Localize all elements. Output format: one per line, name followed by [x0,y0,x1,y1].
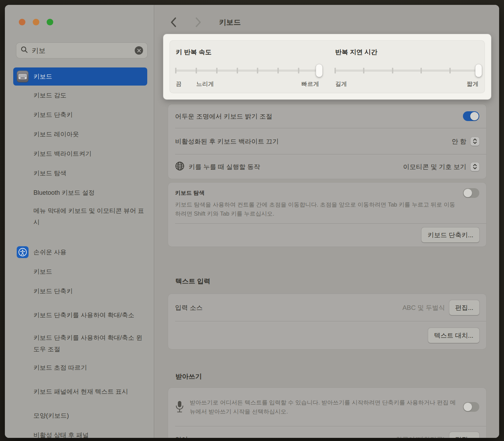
shortcuts-button-row: 키보드 단축키... [168,224,486,247]
key-repeat-spotlight: 키 반복 속도 끔 느리게 빠르게 반복 지연 시간 [163,34,491,99]
sidebar: 키보 키보드 [5,5,154,438]
key-repeat-rate-title: 키 반복 속도 [176,48,319,56]
sidebar-item-keyboard-sensitivity[interactable]: 키보드 감도 [13,86,147,105]
sidebar-item-keyboard[interactable]: 키보드 [13,67,147,86]
search-value: 키보 [32,46,131,55]
sidebar-item-keyboard-navigation[interactable]: 키보드 탐색 [13,163,147,183]
content-header: 키보드 [154,15,499,29]
repeat-delay-group: 반복 지연 시간 길게 짧게 [335,48,479,93]
sidebar-item-keyboard-backlight[interactable]: 키보드 백라이트켜기 [13,144,147,163]
input-sources-label: 입력 소스 [175,303,203,312]
search-input[interactable]: 키보 [16,42,148,58]
brightness-label: 어두운 조명에서 키보드 밝기 조절 [175,112,273,121]
repeat-delay-handle[interactable] [475,64,482,77]
sidebar-item-follow-focus[interactable]: 키보드 초점 따르기 [13,358,147,377]
backlight-off-popup[interactable] [471,137,479,146]
dictation-language-row: 언어 한국어(대한민국) 편집... [168,426,486,438]
search-icon [21,46,28,55]
input-sources-row: 입력 소스 ABC 및 두벌식 편집... [168,294,486,321]
brightness-toggle[interactable] [463,111,479,121]
text-replacements-row: 텍스트 대치... [168,321,486,349]
label-fast: 빠르게 [301,80,319,88]
sidebar-item-zoom-shortcuts[interactable]: 키보드 단축키를 사용하여 확대/축소 [13,301,147,329]
clear-search-icon[interactable] [135,46,143,55]
sidebar-item-appearance-keyboard[interactable]: 모양(키보드) [13,406,147,425]
sidebar-item-acc-shortcuts[interactable]: 키보드 단축키 [13,281,147,301]
language-edit-button[interactable]: 편집... [449,432,479,438]
sidebar-item-acc-keyboard[interactable]: 키보드 [13,262,147,281]
backlight-off-row: 비활성화된 후 키보드 백라이트 끄기 안 함 [168,128,486,154]
zoom-button[interactable] [47,19,53,25]
sidebar-nav: 키보드 키보드 감도 키보드 단축키 키보드 레이아웃 키보드 백라이트켜기 키… [5,67,154,438]
key-repeat-rate-group: 키 반복 속도 끔 느리게 빠르게 [176,48,319,93]
input-sources-edit-button[interactable]: 편집... [449,300,479,315]
dictation-toggle[interactable] [463,402,479,412]
minimize-button[interactable] [33,19,39,25]
sidebar-item-zoom-window[interactable]: 키보드 단축키를 사용하여 확대/축소 윈도우 조절 [13,329,147,358]
text-replacements-button[interactable]: 텍스트 대치... [428,328,479,343]
accessibility-app-icon [17,246,29,258]
repeat-delay-labels: 길게 짧게 [335,80,479,88]
key-repeat-rate-handle[interactable] [316,64,323,77]
label-short: 짧게 [467,80,479,88]
globe-action-popup[interactable] [471,162,479,171]
repeat-delay-slider[interactable] [335,70,479,72]
back-button[interactable] [167,15,181,29]
dictation-description: 받아쓰기로 어디서든 텍스트를 입력할 수 있습니다. 받아쓰기를 시작하려면 … [190,398,457,416]
label-slow: 느리게 [196,80,214,88]
sidebar-item-label: 키보드 [33,72,52,81]
sidebar-item-accessibility[interactable]: 손쉬운 사용 [13,242,147,262]
keyboard-nav-description: 키보드 탐색을 사용하여 컨트롤 간에 초점을 이동합니다. 초점을 앞으로 이… [175,200,457,218]
keyboard-shortcuts-button[interactable]: 키보드 단축키... [422,227,479,242]
window-controls [19,19,53,25]
close-button[interactable] [19,19,25,25]
dictation-section-title: 받아쓰기 [175,372,202,381]
language-label: 언어 [175,435,188,438]
sidebar-item-menubar-viewer[interactable]: 메뉴 막대에 키보드 및 이모티콘 뷰어 표시 [13,202,147,231]
backlight-off-label: 비활성화된 후 키보드 백라이트 끄기 [175,137,279,146]
sidebar-item-keyboard-layouts[interactable]: 키보드 레이아웃 [13,125,147,144]
sidebar-item-keyboard-shortcuts[interactable]: 키보드 단축키 [13,105,147,125]
text-input-card: 입력 소스 ABC 및 두벌식 편집... 텍스트 대치... [168,294,486,349]
keyboard-options-card: 어두운 조명에서 키보드 밝기 조절 비활성화된 후 키보드 백라이트 끄기 안… [168,104,486,179]
key-repeat-card: 키 반복 속도 끔 느리게 빠르게 반복 지연 시간 [170,40,485,93]
dictation-row: 받아쓰기로 어디서든 텍스트를 입력할 수 있습니다. 받아쓰기를 시작하려면 … [168,388,486,426]
keyboard-nav-toggle[interactable] [463,188,479,198]
forward-button[interactable] [191,15,205,29]
brightness-row: 어두운 조명에서 키보드 밝기 조절 [168,104,486,128]
sidebar-item-bluetooth-keyboard[interactable]: Bluetooth 키보드 설정 [13,183,147,202]
keyboard-app-icon [17,71,29,82]
globe-action-row: 키를 누를 때 실행할 동작 이모티콘 및 기호 보기 [168,154,486,179]
sidebar-item-inactive-panel[interactable]: 비활성 상태 후 패널 [13,425,147,438]
globe-action-value: 이모티콘 및 기호 보기 [403,162,466,171]
keyboard-nav-row: 키보드 탐색 키보드 탐색을 사용하여 컨트롤 간에 초점을 이동합니다. 초점… [168,183,486,223]
language-value: 한국어(대한민국) [396,435,445,438]
microphone-icon [175,400,184,414]
keyboard-navigation-card: 키보드 탐색 키보드 탐색을 사용하여 컨트롤 간에 초점을 이동합니다. 초점… [168,183,486,247]
label-long: 길게 [335,80,347,88]
backlight-off-value: 안 함 [452,137,466,146]
globe-icon [175,161,184,172]
keyboard-nav-label: 키보드 탐색 [175,190,204,197]
page-title: 키보드 [219,17,241,27]
system-settings-window: 키보 키보드 [5,5,499,438]
input-sources-value: ABC 및 두벌식 [402,303,445,312]
repeat-delay-title: 반복 지연 시간 [335,48,479,56]
sidebar-item-panel-text[interactable]: 키보드 패널에서 현재 텍스트 표시 [13,377,147,406]
main-content: 키보드 키 반복 속도 끔 느리게 빠르게 [154,5,499,438]
text-input-section-title: 텍스트 입력 [175,277,210,286]
label-off: 끔 [176,80,182,88]
key-repeat-rate-labels: 끔 느리게 빠르게 [176,80,319,88]
dictation-card: 받아쓰기로 어디서든 텍스트를 입력할 수 있습니다. 받아쓰기를 시작하려면 … [168,388,486,438]
key-repeat-rate-slider[interactable] [176,70,319,72]
globe-action-label: 키를 누를 때 실행할 동작 [189,162,260,171]
